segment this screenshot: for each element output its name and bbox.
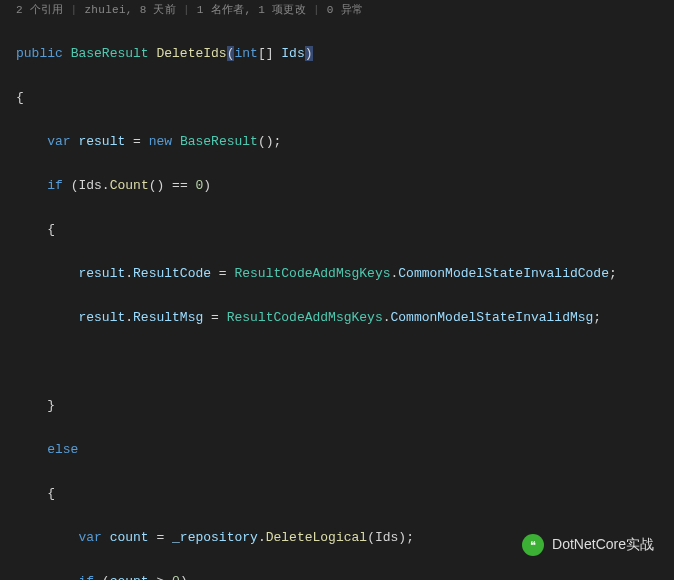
m-invalid-msg: CommonModelStateInvalidMsg [391, 310, 594, 325]
paren: ) [203, 178, 211, 193]
brace: { [47, 486, 55, 501]
codelens-authors[interactable]: 1 名作者, 1 项更改 [176, 4, 306, 16]
method-name: DeleteIds [156, 46, 226, 61]
kw-if: if [47, 178, 63, 193]
dot: . [125, 266, 133, 281]
var-result: result [78, 134, 125, 149]
paren: ( [71, 178, 79, 193]
dot: . [258, 530, 266, 545]
op-gt: > [149, 574, 172, 580]
var-count: count [110, 530, 149, 545]
op-assign: = [149, 530, 172, 545]
semi: ; [274, 134, 282, 149]
fn-delete-logical: DeleteLogical [266, 530, 367, 545]
wechat-icon: ❝ [522, 534, 544, 556]
type-keys: ResultCodeAddMsgKeys [227, 310, 383, 325]
var-result: result [78, 310, 125, 325]
semi: ; [609, 266, 617, 281]
kw-var: var [78, 530, 101, 545]
type-base-result: BaseResult [180, 134, 258, 149]
param-ids: Ids [274, 46, 305, 61]
dot: . [125, 310, 133, 325]
semi: ; [406, 530, 414, 545]
kw-new: new [149, 134, 172, 149]
wechat-glyph: ❝ [530, 539, 536, 552]
codelens-exceptions[interactable]: 0 异常 [306, 4, 363, 16]
kw-var: var [47, 134, 70, 149]
var-repository: _repository [172, 530, 258, 545]
kw-int: int [234, 46, 257, 61]
type-keys: ResultCodeAddMsgKeys [234, 266, 390, 281]
brace: } [47, 398, 55, 413]
paren-close: ) [305, 46, 313, 61]
op-eq: == [164, 178, 195, 193]
semi: ; [593, 310, 601, 325]
dot: . [383, 310, 391, 325]
paren: ) [180, 574, 188, 580]
op-assign: = [203, 310, 226, 325]
kw-else: else [47, 442, 78, 457]
codelens-refs[interactable]: 2 个引用 [16, 4, 64, 16]
code-editor[interactable]: public BaseResult DeleteIds(int[] Ids) {… [0, 19, 674, 580]
m-invalid-code: CommonModelStateInvalidCode [398, 266, 609, 281]
codelens-bar[interactable]: 2 个引用zhulei, 8 天前1 名作者, 1 项更改0 异常 [0, 0, 674, 19]
watermark: ❝ DotNetCore实战 [522, 534, 654, 556]
fn-count: Count [110, 178, 149, 193]
dot: . [102, 178, 110, 193]
brace: { [47, 222, 55, 237]
prop-result-code: ResultCode [133, 266, 211, 281]
parens: () [258, 134, 274, 149]
paren: ( [102, 574, 110, 580]
codelens-author[interactable]: zhulei, 8 天前 [64, 4, 176, 16]
op-assign: = [211, 266, 234, 281]
paren: ) [398, 530, 406, 545]
prop-result-msg: ResultMsg [133, 310, 203, 325]
kw-public: public [16, 46, 63, 61]
paren: ( [367, 530, 375, 545]
type-base-result: BaseResult [71, 46, 149, 61]
parens: () [149, 178, 165, 193]
op-assign: = [125, 134, 148, 149]
arr-brackets: [] [258, 46, 274, 61]
kw-if: if [78, 574, 94, 580]
var-result: result [78, 266, 125, 281]
var-count: count [110, 574, 149, 580]
num-zero: 0 [172, 574, 180, 580]
watermark-text: DotNetCore实战 [552, 536, 654, 554]
brace: { [16, 90, 24, 105]
